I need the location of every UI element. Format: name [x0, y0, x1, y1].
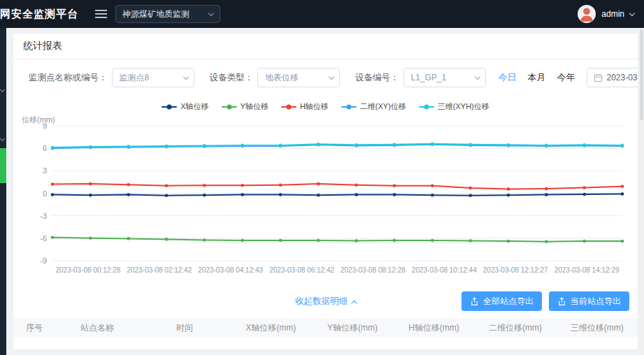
actions-row: 收起数据明细 全部站点导出: [13, 290, 638, 314]
collapse-detail-label: 收起数据明细: [295, 296, 348, 307]
legend-label: X轴位移: [180, 101, 208, 112]
menu-toggle-icon[interactable]: [95, 9, 107, 19]
legend-item[interactable]: 二维(XY)位移: [341, 101, 406, 112]
scrollbar[interactable]: [639, 28, 644, 355]
export-current-label: 当前站点导出: [571, 296, 621, 307]
sidebar-sliver[interactable]: [0, 28, 6, 355]
scrollbar-thumb[interactable]: [640, 29, 643, 120]
point-select[interactable]: 监测点8: [112, 68, 194, 87]
filter-bar: 监测点名称或编号： 监测点8 设备类型： 地表位移 设备编号： L1_GP_1: [13, 59, 638, 93]
mine-select-value: 神源煤矿地质监测: [122, 8, 189, 20]
quick-month-link[interactable]: 本月: [528, 71, 546, 84]
date-start: 2023-03-08: [607, 73, 638, 82]
username: admin: [601, 9, 624, 19]
svg-text:2023-03-08 14:12:29: 2023-03-08 14:12:29: [554, 266, 620, 274]
legend-marker-icon: [222, 106, 237, 108]
device-no-value: L1_GP_1: [411, 73, 447, 82]
table-header-cell: 站点名称: [55, 322, 139, 334]
chevron-up-icon: [351, 300, 357, 305]
data-table: 序号 站点名称 时间 X轴位移(mm) Y轴位移(mm) H轴位移(mm) 二维…: [13, 318, 638, 349]
table-header-row: 序号 站点名称 时间 X轴位移(mm) Y轴位移(mm) H轴位移(mm) 二维…: [13, 318, 638, 338]
legend-label: 二维(XY)位移: [360, 101, 406, 112]
chevron-down-icon: [208, 10, 214, 15]
device-no-label: 设备编号：: [355, 72, 399, 84]
app-header: 网安全监测平台 神源煤矿地质监测 admin: [0, 0, 644, 28]
legend-label: 三维(XYH)位移: [438, 101, 489, 112]
legend-item[interactable]: 三维(XYH)位移: [419, 101, 489, 112]
chevron-down-icon: [0, 87, 5, 92]
app-title: 网安全监测平台: [0, 8, 78, 21]
svg-text:3: 3: [43, 166, 47, 175]
device-type-select[interactable]: 地表位移: [257, 68, 340, 87]
report-card: 统计报表 监测点名称或编号： 监测点8 设备类型： 地表位移 设备编号：: [13, 34, 638, 349]
collapse-detail-link[interactable]: 收起数据明细: [295, 296, 356, 307]
point-select-label: 监测点名称或编号：: [29, 72, 108, 84]
export-icon: [470, 297, 479, 306]
chevron-down-icon: [0, 136, 5, 141]
table-header-cell: 三维位移(mm): [556, 322, 638, 334]
svg-text:-6: -6: [40, 234, 47, 242]
legend-label: Y轴位移: [241, 101, 269, 112]
user-menu[interactable]: admin: [578, 5, 634, 23]
table-header-cell: H轴位移(mm): [393, 322, 475, 334]
person-icon: [578, 5, 596, 23]
legend-label: H轴位移: [300, 101, 329, 112]
mine-select[interactable]: 神源煤矿地质监测: [115, 5, 220, 23]
legend-item[interactable]: Y轴位移: [222, 101, 269, 112]
table-header-cell: Y轴位移(mm): [312, 322, 394, 334]
date-range-picker[interactable]: 2023-03-08 - 2023-03-08: [587, 68, 638, 87]
quick-today-link[interactable]: 今日: [499, 71, 517, 84]
device-no-select[interactable]: L1_GP_1: [403, 68, 486, 87]
table-header-cell: 二维位移(mm): [475, 322, 557, 334]
export-all-label: 全部站点导出: [483, 296, 534, 307]
user-avatar: [578, 5, 596, 23]
chevron-down-icon: [629, 10, 635, 15]
svg-text:6: 6: [43, 144, 47, 152]
svg-text:-9: -9: [40, 256, 47, 265]
export-icon: [557, 297, 566, 306]
svg-text:2023-03-08 10:12:44: 2023-03-08 10:12:44: [412, 266, 477, 274]
svg-text:2023-03-08 00:12:28: 2023-03-08 00:12:28: [55, 266, 120, 274]
svg-text:0: 0: [43, 189, 47, 198]
svg-text:2023-03-08 12:12:27: 2023-03-08 12:12:27: [483, 266, 548, 274]
empty-placeholder: 暂无数据: [13, 338, 638, 349]
svg-text:2023-03-08 04:12:43: 2023-03-08 04:12:43: [198, 266, 263, 274]
svg-text:-3: -3: [40, 212, 47, 220]
line-chart: 9630-3-6-9位移(mm)2023-03-08 00:12:282023-…: [19, 115, 631, 286]
legend-item[interactable]: H轴位移: [281, 101, 329, 112]
legend-marker-icon: [281, 106, 296, 108]
page-title: 统计报表: [23, 40, 62, 51]
calendar-icon: [594, 73, 603, 82]
sidebar-active-item[interactable]: [0, 148, 6, 183]
chevron-down-icon: [329, 73, 334, 79]
table-header-cell: 时间: [139, 322, 230, 334]
svg-text:2023-03-08 02:12:42: 2023-03-08 02:12:42: [127, 266, 192, 274]
device-type-label: 设备类型：: [210, 72, 254, 84]
chevron-down-icon: [183, 73, 188, 79]
hamburger-icon: [95, 9, 107, 19]
svg-text:2023-03-08 06:12:42: 2023-03-08 06:12:42: [269, 266, 334, 274]
main-content: 统计报表 监测点名称或编号： 监测点8 设备类型： 地表位移 设备编号：: [6, 28, 644, 355]
svg-text:2023-03-08 08:12:28: 2023-03-08 08:12:28: [341, 266, 406, 274]
legend-marker-icon: [341, 106, 357, 108]
legend-marker-icon: [419, 106, 434, 108]
chart-area: 9630-3-6-9位移(mm)2023-03-08 00:12:282023-…: [13, 115, 638, 289]
point-select-value: 监测点8: [120, 72, 150, 84]
export-all-button[interactable]: 全部站点导出: [461, 291, 542, 311]
quick-year-link[interactable]: 今年: [557, 71, 575, 84]
chevron-down-icon: [474, 73, 480, 79]
legend-item[interactable]: X轴位移: [162, 101, 208, 112]
table-header-cell: X轴位移(mm): [230, 322, 312, 334]
export-current-button[interactable]: 当前站点导出: [549, 291, 629, 311]
chart-legend: X轴位移Y轴位移H轴位移二维(XY)位移三维(XYH)位移: [13, 93, 638, 115]
table-header-cell: 序号: [13, 322, 55, 334]
svg-text:位移(mm): 位移(mm): [22, 115, 55, 124]
legend-marker-icon: [162, 106, 177, 108]
device-type-value: 地表位移: [265, 72, 299, 84]
